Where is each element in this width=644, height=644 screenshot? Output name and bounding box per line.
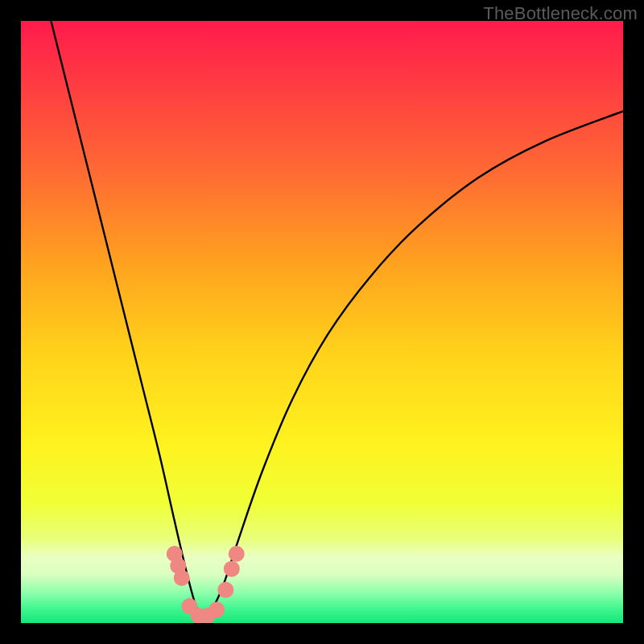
- plot-area: [21, 21, 623, 623]
- watermark-text: TheBottleneck.com: [483, 3, 638, 24]
- curve-marker: [174, 570, 190, 586]
- gradient-background: [21, 21, 623, 623]
- chart-frame: TheBottleneck.com: [0, 0, 644, 644]
- curve-marker: [229, 546, 245, 562]
- curve-marker: [224, 561, 240, 577]
- curve-marker: [217, 582, 233, 598]
- bottleneck-chart: [21, 21, 623, 623]
- curve-marker: [208, 602, 225, 618]
